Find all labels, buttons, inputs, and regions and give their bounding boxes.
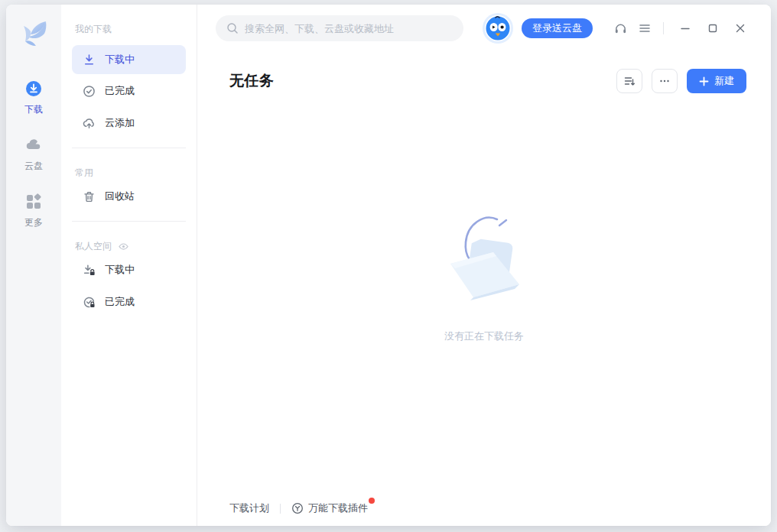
close-button[interactable] [728,16,753,41]
rail-item-cloud-drive[interactable]: 云盘 [24,136,43,173]
menu-icon[interactable] [632,16,657,41]
section-header-label: 私人空间 [75,240,112,253]
sidebar-divider [72,221,186,222]
sidebar-item-label: 已完成 [105,295,135,309]
app-window: 下载 云盘 更多 我的下载 [6,5,771,526]
section-header-label: 我的下载 [75,23,112,36]
rail-item-label: 更多 [24,216,43,229]
sidebar-item-label: 下载中 [105,53,135,66]
sidebar-section-header: 我的下载 [75,23,183,36]
downloading-icon [83,54,96,66]
topbar-right: 登录送云盘 [485,15,753,41]
universal-plugin-label: 万能下载插件 [308,501,368,515]
bottom-bar-separator [280,504,281,514]
sidebar-item-downloading[interactable]: 下载中 [72,45,186,74]
sidebar-divider [72,148,186,148]
sidebar: 我的下载 下载中 已完成 [61,5,197,526]
sidebar-item-label: 下载中 [105,263,135,277]
check-lock-icon [83,296,96,309]
sidebar-item-private-completed[interactable]: 已完成 [72,287,186,317]
minimize-button[interactable] [673,16,697,41]
grid-more-icon [24,193,43,211]
search-bar[interactable] [216,15,463,41]
xunlei-logo-icon [15,15,52,55]
cloud-add-icon [83,117,96,130]
sidebar-item-private-downloading[interactable]: 下载中 [72,255,186,285]
universal-plugin-link[interactable]: 万能下载插件 [291,501,368,515]
sidebar-item-completed[interactable]: 已完成 [72,76,186,106]
trash-icon [83,190,96,203]
sidebar-item-label: 云添加 [105,116,135,130]
check-circle-icon [83,85,96,98]
download-lock-icon [83,264,96,277]
sidebar-item-label: 回收站 [105,190,135,203]
notification-badge [369,498,375,504]
download-plan-label: 下载计划 [229,501,269,515]
penguin-avatar[interactable] [485,15,511,41]
plugin-icon [291,502,304,514]
cloud-icon [24,136,43,154]
left-rail: 下载 云盘 更多 [6,5,61,526]
sidebar-item-label: 已完成 [105,84,135,98]
sidebar-item-cloud-add[interactable]: 云添加 [72,108,186,138]
rail-item-download[interactable]: 下载 [24,79,43,116]
login-button[interactable]: 登录送云盘 [522,18,593,38]
download-circle-icon [24,79,43,98]
sidebar-section-header: 常用 [75,167,183,180]
sidebar-section-header-private: 私人空间 [75,240,183,253]
section-header-label: 常用 [75,167,93,180]
download-plan-link[interactable]: 下载计划 [229,501,269,515]
rail-item-label: 云盘 [24,160,43,173]
rail-item-more[interactable]: 更多 [24,193,43,229]
main-area: 登录送云盘 [197,5,771,526]
topbar: 登录送云盘 [197,5,771,52]
bottom-bar: 下载计划 万能下载插件 [197,491,771,526]
empty-state-text: 没有正在下载任务 [444,329,524,343]
sidebar-item-recycle-bin[interactable]: 回收站 [72,181,186,212]
rail-item-label: 下载 [24,103,43,116]
empty-state: 没有正在下载任务 [197,63,771,491]
empty-folder-illustration [423,210,545,310]
headset-icon[interactable] [608,16,632,41]
topbar-separator [663,22,664,34]
search-icon [226,22,239,34]
search-input[interactable] [245,23,453,34]
eye-icon[interactable] [118,241,129,252]
maximize-button[interactable] [701,16,725,41]
